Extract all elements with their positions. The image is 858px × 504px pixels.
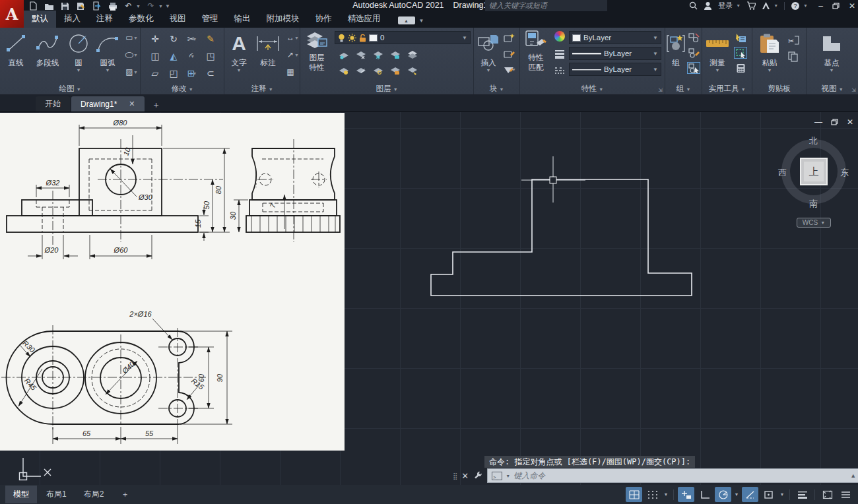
rectangle-dropdown-icon[interactable]: ▼ — [133, 36, 138, 40]
color-wheel-icon[interactable] — [554, 31, 565, 42]
hatch-dropdown-icon[interactable]: ▼ — [133, 70, 138, 75]
move-icon[interactable]: ✛ — [146, 30, 164, 47]
line-button[interactable]: 直线 — [3, 30, 29, 68]
linetype-icon[interactable] — [554, 67, 565, 75]
autodesk-app-icon[interactable] — [762, 1, 770, 10]
view-cube-top-face[interactable]: 上 — [800, 158, 828, 185]
osnap-dropdown-icon[interactable]: ▼ — [779, 492, 785, 497]
copy-icon[interactable]: ◫ — [146, 47, 164, 65]
doc-minimize-button[interactable]: — — [814, 117, 822, 127]
minimize-button[interactable]: – — [818, 1, 823, 11]
ribbon-tab-view[interactable]: 视图 — [162, 11, 194, 28]
layer-freeze-icon[interactable] — [372, 49, 385, 61]
array-icon[interactable]: ⊞▼ — [183, 65, 201, 82]
ribbon-tab-home[interactable]: 默认 — [24, 11, 56, 28]
command-recent-caret-icon[interactable]: ▼ — [506, 474, 510, 478]
command-close-icon[interactable]: ✕ — [461, 471, 469, 481]
command-prompt-icon[interactable]: >_ — [492, 472, 502, 480]
file-tab-start[interactable]: 开始 — [36, 96, 70, 111]
ribbon-collapse-dropdown-icon[interactable]: ▼ — [419, 18, 424, 24]
arc-button[interactable]: 圆弧 ▼ — [92, 30, 123, 73]
view-expand-icon[interactable]: ⇲ — [851, 87, 856, 93]
layer-thaw-icon[interactable] — [354, 65, 368, 77]
arc-dropdown-icon[interactable]: ▼ — [92, 68, 123, 73]
search-expand-icon[interactable]: ▶ — [477, 2, 482, 9]
view-cube-west[interactable]: 西 — [778, 167, 787, 179]
layer-off-icon[interactable] — [337, 49, 350, 61]
create-block-icon[interactable] — [503, 32, 516, 44]
polar-dropdown-icon[interactable]: ▼ — [733, 492, 740, 497]
base-point-dropdown-icon[interactable]: ▼ — [818, 68, 845, 73]
new-layout-button[interactable]: ＋ — [113, 486, 137, 503]
ribbon-collapse-button[interactable]: ▲ — [398, 16, 415, 24]
ribbon-tab-annotate[interactable]: 注释 — [88, 11, 121, 28]
explode-icon[interactable]: ◳ — [201, 47, 220, 65]
group-button[interactable]: 组 — [666, 30, 686, 68]
match-properties-button[interactable]: 特性 匹配 — [521, 29, 550, 73]
model-space-canvas[interactable]: Ø80 Ø32 10 Ø30 Ø20 Ø60 15 50 80 30 7 2×Ø… — [0, 112, 858, 485]
panel-label-annotation[interactable]: 注释 ▼ — [224, 84, 300, 94]
signin-dropdown-icon[interactable]: ▼ — [736, 3, 741, 8]
layer-dropdown[interactable]: 0 ▼ — [335, 31, 471, 44]
lineweight-display-toggle[interactable] — [794, 487, 810, 502]
view-cube-south[interactable]: 南 — [809, 198, 818, 210]
quick-select-icon[interactable] — [734, 32, 747, 44]
ortho-toggle[interactable] — [696, 487, 713, 502]
paste-button[interactable]: 粘贴 ▼ — [756, 30, 783, 73]
help-icon[interactable]: ? — [791, 1, 800, 11]
linetype-dropdown-caret-icon[interactable]: ▼ — [653, 67, 658, 73]
layer-onoff-sun-icon[interactable] — [372, 65, 385, 77]
grid-toggle[interactable] — [626, 487, 642, 502]
panel-label-properties[interactable]: 特性 ▼ — [520, 84, 665, 94]
layer-walk-icon[interactable] — [406, 65, 419, 77]
app-logo-icon[interactable]: A — [0, 0, 24, 28]
text-button[interactable]: A 文字 ▼ — [227, 30, 251, 73]
linear-dim-dropdown-icon[interactable]: ▼ — [294, 36, 299, 40]
select-similar-icon[interactable] — [734, 47, 747, 59]
command-grip-handle[interactable]: ⣿ — [453, 472, 457, 480]
ribbon-tab-collaborate[interactable]: 协作 — [308, 11, 340, 28]
lineweight-dropdown[interactable]: ByLayer ▼ — [569, 47, 661, 60]
panel-label-block[interactable]: 块 ▼ — [474, 84, 519, 94]
doc-close-button[interactable]: ✕ — [847, 117, 853, 127]
panel-label-draw[interactable]: 绘图 ▼ — [0, 84, 140, 94]
ribbon-tab-addins[interactable]: 附加模块 — [259, 11, 308, 28]
wcs-dropdown[interactable]: WCS ▼ — [797, 218, 831, 228]
snap-dropdown-icon[interactable]: ▼ — [663, 492, 669, 497]
ribbon-tab-manage[interactable]: 管理 — [194, 11, 226, 28]
erase-pencil-icon[interactable]: ✎ — [201, 30, 220, 47]
ungroup-icon[interactable] — [687, 32, 700, 44]
doc-restore-button[interactable] — [831, 119, 838, 125]
drawn-polyline[interactable] — [431, 179, 692, 296]
layout1-tab[interactable]: 布局1 — [38, 486, 75, 503]
polyline-button[interactable]: 多段线 — [30, 30, 65, 68]
ribbon-tab-parametric[interactable]: 参数化 — [121, 11, 162, 28]
edit-attributes-icon[interactable]: ▼ — [503, 63, 516, 75]
object-snap-toggle[interactable] — [760, 487, 777, 502]
circle-dropdown-icon[interactable]: ▼ — [66, 68, 91, 73]
sign-in-button[interactable]: 登录 — [718, 1, 733, 11]
new-drawing-tab-button[interactable]: ＋ — [150, 98, 163, 111]
panel-label-groups[interactable]: 组 ▼ — [665, 84, 702, 94]
view-cube-north[interactable]: 北 — [809, 135, 818, 147]
help-dropdown-icon[interactable]: ▼ — [803, 3, 808, 8]
polar-tracking-toggle[interactable] — [715, 487, 731, 502]
layer-on-all-icon[interactable] — [337, 65, 350, 77]
circle-button[interactable]: 圆 ▼ — [66, 30, 91, 73]
insert-dropdown-icon[interactable]: ▼ — [475, 68, 502, 73]
command-expand-icon[interactable]: ▲ — [850, 472, 856, 479]
stretch-icon[interactable]: ▱ — [146, 65, 164, 82]
cut-icon[interactable]: ✂ — [787, 34, 800, 46]
lineweight-dropdown-caret-icon[interactable]: ▼ — [653, 51, 658, 57]
rotate-icon[interactable]: ↻ — [164, 30, 183, 47]
file-tab-close-icon[interactable]: ✕ — [129, 100, 135, 108]
scale-icon[interactable]: ◰ — [164, 65, 183, 82]
ellipse-icon[interactable]: ◯ — [123, 50, 136, 59]
user-icon[interactable] — [704, 1, 712, 10]
offset-icon[interactable]: ⊂ — [201, 65, 220, 82]
trim-icon[interactable]: ✂▼ — [183, 30, 201, 47]
app-dropdown-icon[interactable]: ▼ — [774, 3, 778, 8]
text-dropdown-icon[interactable]: ▼ — [227, 68, 251, 73]
panel-label-layers[interactable]: 图层 ▼ — [300, 84, 473, 94]
panel-label-clipboard[interactable]: 剪贴板 — [752, 84, 806, 94]
